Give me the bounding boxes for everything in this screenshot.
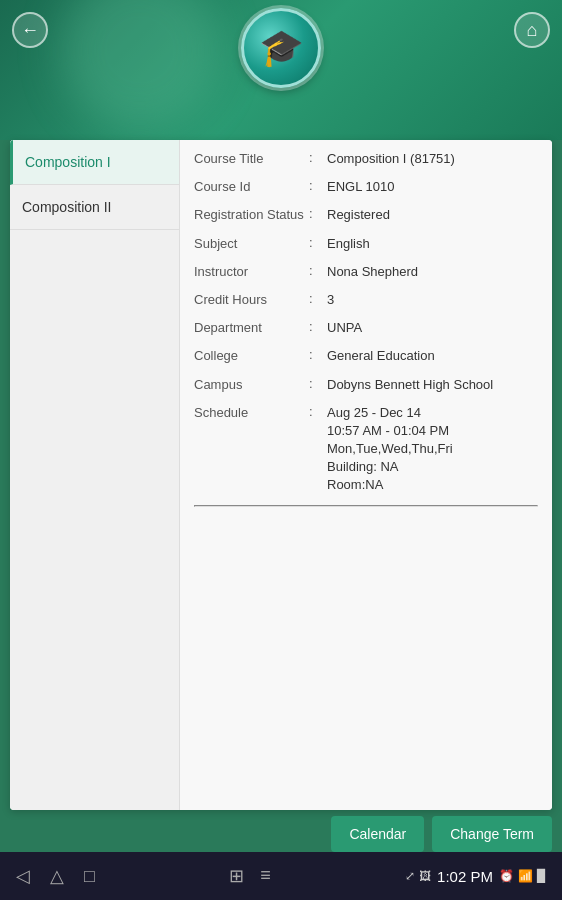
detail-row: Course Title:Composition I (81751) [194, 150, 538, 168]
detail-row: College:General Education [194, 347, 538, 365]
detail-value: Registered [327, 206, 538, 224]
home-button[interactable]: ⌂ [514, 12, 550, 48]
detail-label: Course Id [194, 178, 309, 194]
detail-label: Subject [194, 235, 309, 251]
detail-value: English [327, 235, 538, 253]
course-detail-panel: Course Title:Composition I (81751)Course… [180, 140, 552, 810]
detail-row: Schedule:Aug 25 - Dec 14 10:57 AM - 01:0… [194, 404, 538, 495]
detail-label: Instructor [194, 263, 309, 279]
course-list: Composition I Composition II [10, 140, 180, 810]
detail-row: Registration Status:Registered [194, 206, 538, 224]
wifi-icon: 📶 [518, 869, 533, 883]
connectivity-icons: ⏰ 📶 ▉ [499, 869, 546, 883]
sidebar-item-composition2[interactable]: Composition II [10, 185, 179, 230]
expand-icon: ⤢ [405, 869, 415, 883]
action-buttons: Calendar Change Term [331, 816, 552, 852]
detail-colon: : [309, 235, 327, 250]
detail-row: Subject:English [194, 235, 538, 253]
detail-label: Schedule [194, 404, 309, 420]
change-term-button[interactable]: Change Term [432, 816, 552, 852]
schedule-divider [194, 505, 538, 507]
detail-row: Campus:Dobyns Bennett High School [194, 376, 538, 394]
home-nav-icon[interactable]: △ [50, 865, 64, 887]
status-time: 1:02 PM [437, 868, 493, 885]
detail-label: Registration Status [194, 206, 309, 222]
detail-value: Composition I (81751) [327, 150, 538, 168]
status-area: ⤢ 🖼 1:02 PM ⏰ 📶 ▉ [405, 868, 546, 885]
header: ← ⌂ 🎓 Fall Term 2014 [0, 0, 562, 140]
detail-label: Campus [194, 376, 309, 392]
android-nav-bar: ◁ △ □ ⊞ ≡ ⤢ 🖼 1:02 PM ⏰ 📶 ▉ [0, 852, 562, 900]
calendar-button[interactable]: Calendar [331, 816, 424, 852]
detail-row: Course Id:ENGL 1010 [194, 178, 538, 196]
detail-colon: : [309, 263, 327, 278]
signal-icon: ▉ [537, 869, 546, 883]
menu-nav-icon[interactable]: ≡ [260, 865, 271, 887]
nav-left-icons: ◁ △ □ [16, 865, 95, 887]
image-icon: 🖼 [419, 869, 431, 883]
back-nav-icon[interactable]: ◁ [16, 865, 30, 887]
detail-row: Instructor:Nona Shepherd [194, 263, 538, 281]
detail-colon: : [309, 376, 327, 391]
sidebar-item-composition1[interactable]: Composition I [10, 140, 179, 185]
detail-colon: : [309, 206, 327, 221]
detail-value: Aug 25 - Dec 14 10:57 AM - 01:04 PM Mon,… [327, 404, 538, 495]
detail-value: General Education [327, 347, 538, 365]
detail-colon: : [309, 150, 327, 165]
alarm-icon: ⏰ [499, 869, 514, 883]
detail-label: Credit Hours [194, 291, 309, 307]
detail-label: Course Title [194, 150, 309, 166]
detail-value: Nona Shepherd [327, 263, 538, 281]
main-card: Composition I Composition II Course Titl… [10, 140, 552, 810]
graduation-cap-icon: 🎓 [259, 27, 304, 69]
detail-label: College [194, 347, 309, 363]
detail-row: Credit Hours:3 [194, 291, 538, 309]
detail-value: UNPA [327, 319, 538, 337]
logo-circle: 🎓 [241, 8, 321, 88]
detail-value: ENGL 1010 [327, 178, 538, 196]
grid-nav-icon[interactable]: ⊞ [229, 865, 244, 887]
detail-colon: : [309, 319, 327, 334]
detail-colon: : [309, 291, 327, 306]
detail-colon: : [309, 404, 327, 419]
detail-label: Department [194, 319, 309, 335]
detail-value: Dobyns Bennett High School [327, 376, 538, 394]
recent-nav-icon[interactable]: □ [84, 866, 95, 887]
nav-center-icons: ⊞ ≡ [229, 865, 271, 887]
detail-colon: : [309, 347, 327, 362]
detail-value: 3 [327, 291, 538, 309]
back-button[interactable]: ← [12, 12, 48, 48]
detail-row: Department:UNPA [194, 319, 538, 337]
detail-colon: : [309, 178, 327, 193]
status-icons: ⤢ 🖼 [405, 869, 431, 883]
